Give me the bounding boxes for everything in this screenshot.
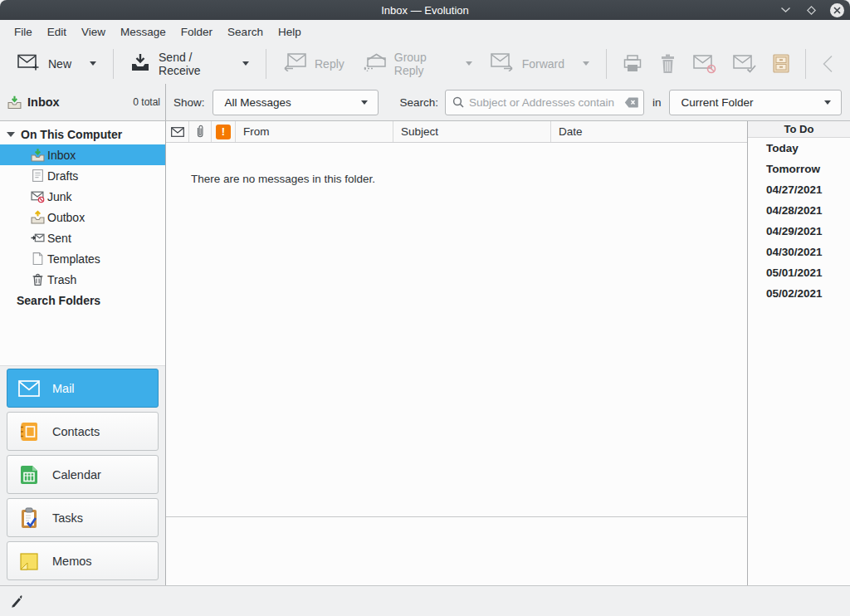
search-icon — [452, 96, 464, 108]
current-folder-header: Inbox 0 total — [0, 84, 166, 120]
menu-file[interactable]: File — [7, 22, 40, 42]
empty-folder-message: There are no messages in this folder. — [191, 173, 747, 185]
send-receive-label: Send / Receive — [159, 51, 224, 77]
new-dropdown-arrow-icon[interactable] — [90, 61, 96, 66]
todo-row-date[interactable]: 04/30/2021 — [748, 242, 850, 262]
pen-icon — [10, 594, 23, 608]
todo-row-today[interactable]: Today — [748, 138, 850, 159]
menu-folder[interactable]: Folder — [173, 22, 220, 42]
folder-title: Inbox — [27, 95, 60, 109]
menu-edit[interactable]: Edit — [40, 22, 74, 42]
show-filter-dropdown[interactable]: All Messages — [212, 90, 379, 115]
group-reply-button[interactable]: Group Reply — [354, 47, 481, 81]
send-receive-dropdown-arrow-icon[interactable] — [242, 61, 249, 66]
folder-label: Templates — [47, 252, 100, 266]
trash-icon — [31, 272, 45, 286]
todo-row-date[interactable]: 04/29/2021 — [748, 221, 850, 242]
switcher-label: Calendar — [52, 468, 101, 482]
envelope-icon — [171, 127, 184, 137]
switcher-label: Contacts — [52, 425, 100, 438]
back-chevron-icon — [822, 55, 833, 73]
templates-icon — [31, 252, 45, 266]
contacts-view-button[interactable]: Contacts — [7, 412, 159, 451]
folder-label: Sent — [47, 232, 71, 245]
subject-column-header[interactable]: Subject — [393, 121, 551, 142]
not-junk-button[interactable] — [725, 47, 765, 81]
reply-button[interactable]: Reply — [274, 47, 354, 81]
new-message-icon — [17, 54, 40, 74]
print-icon — [623, 54, 642, 74]
calendar-view-button[interactable]: Calendar — [7, 455, 159, 494]
not-junk-icon — [733, 54, 756, 74]
mail-view-button[interactable]: Mail — [7, 369, 159, 408]
search-input[interactable] — [469, 96, 624, 109]
folder-count: 0 total — [133, 96, 160, 108]
junk-icon — [693, 54, 716, 74]
sidebar-item-inbox[interactable]: Inbox — [0, 144, 165, 165]
menu-search[interactable]: Search — [220, 22, 271, 42]
attachment-column-header[interactable] — [189, 121, 212, 142]
group-reply-label: Group Reply — [394, 51, 447, 77]
inbox-icon — [7, 95, 22, 110]
forward-button[interactable]: Forward — [481, 47, 598, 81]
trash-icon — [659, 54, 677, 74]
toolbar-separator — [805, 49, 806, 79]
clear-search-icon[interactable] — [624, 97, 638, 108]
sidebar-item-search-folders[interactable]: Search Folders — [0, 290, 165, 310]
folder-label: Outbox — [47, 211, 85, 224]
window-controls — [778, 2, 850, 17]
memos-icon — [17, 550, 41, 573]
toolbar-separator — [266, 49, 266, 79]
menu-message[interactable]: Message — [113, 22, 173, 42]
tasks-view-button[interactable]: Tasks — [7, 498, 159, 537]
sidebar-item-outbox[interactable]: Outbox — [0, 207, 165, 227]
print-button[interactable] — [614, 47, 651, 81]
calendar-icon — [17, 463, 41, 486]
from-column-header[interactable]: From — [236, 121, 393, 142]
sidebar-item-junk[interactable]: Junk — [0, 186, 165, 207]
expander-icon[interactable] — [7, 132, 15, 137]
drafts-icon — [31, 169, 45, 183]
sidebar-item-on-this-computer[interactable]: On This Computer — [0, 124, 165, 144]
folder-label: Trash — [47, 273, 76, 286]
maximize-icon[interactable] — [804, 2, 818, 17]
send-receive-button[interactable]: Send / Receive — [121, 47, 258, 81]
junk-button[interactable] — [685, 47, 725, 81]
archive-button[interactable] — [765, 47, 798, 81]
message-preview-pane[interactable] — [166, 516, 747, 585]
important-column-header[interactable]: ! — [212, 121, 236, 142]
outbox-icon — [31, 210, 45, 224]
previous-message-button[interactable] — [813, 47, 842, 81]
todo-row-date[interactable]: 05/02/2021 — [748, 283, 850, 304]
folder-tree: On This Computer Inbox — [0, 121, 165, 365]
sent-icon — [31, 231, 45, 245]
titlebar: Inbox — Evolution — [0, 0, 850, 20]
folder-label: Inbox — [47, 149, 76, 162]
sidebar-item-drafts[interactable]: Drafts — [0, 165, 165, 186]
menu-help[interactable]: Help — [271, 22, 309, 42]
forward-dropdown-arrow-icon[interactable] — [583, 61, 589, 66]
search-scope-dropdown[interactable]: Current Folder — [669, 90, 842, 115]
close-icon[interactable] — [829, 2, 844, 17]
memos-view-button[interactable]: Memos — [7, 541, 159, 580]
chevron-down-icon — [361, 100, 368, 105]
delete-button[interactable] — [651, 47, 685, 81]
todo-header: To Do — [748, 121, 850, 138]
sidebar-item-trash[interactable]: Trash — [0, 269, 165, 290]
todo-row-date[interactable]: 05/01/2021 — [748, 262, 850, 283]
date-column-header[interactable]: Date — [551, 121, 747, 142]
sidebar-item-templates[interactable]: Templates — [0, 248, 165, 269]
todo-row-tomorrow[interactable]: Tomorrow — [748, 159, 850, 179]
status-column-header[interactable] — [166, 121, 189, 142]
group-reply-dropdown-arrow-icon[interactable] — [466, 61, 472, 66]
todo-row-date[interactable]: 04/27/2021 — [748, 179, 850, 200]
minimize-icon[interactable] — [778, 2, 793, 17]
filter-bar: Inbox 0 total Show: All Messages Search:… — [0, 84, 850, 121]
switcher-label: Memos — [52, 555, 92, 568]
todo-row-date[interactable]: 04/28/2021 — [748, 200, 850, 221]
menu-view[interactable]: View — [74, 22, 113, 42]
new-message-button[interactable]: New — [8, 47, 105, 81]
sidebar-item-sent[interactable]: Sent — [0, 227, 165, 248]
message-list-body[interactable]: There are no messages in this folder. — [166, 143, 747, 516]
search-label: Search: — [400, 96, 439, 109]
